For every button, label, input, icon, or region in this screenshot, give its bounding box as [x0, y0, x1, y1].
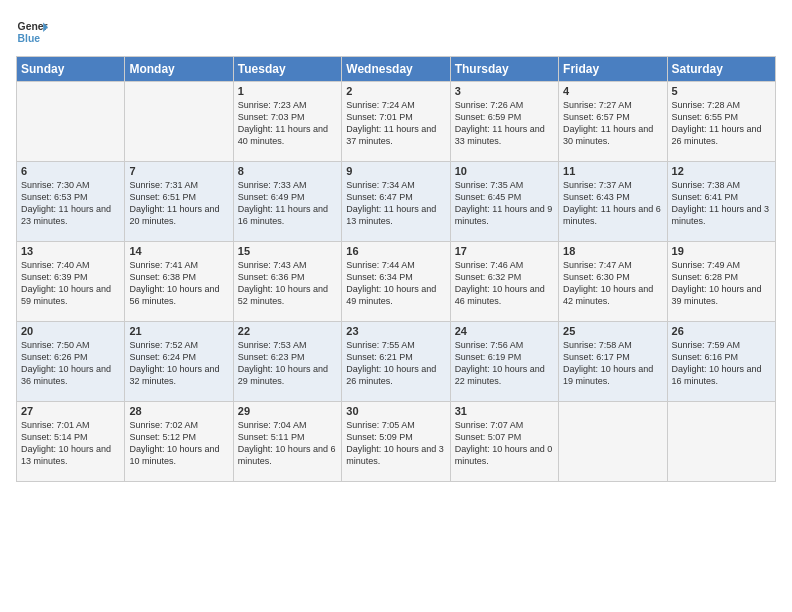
day-number: 22 — [238, 325, 337, 337]
calendar-cell: 10Sunrise: 7:35 AM Sunset: 6:45 PM Dayli… — [450, 162, 558, 242]
calendar-cell: 1Sunrise: 7:23 AM Sunset: 7:03 PM Daylig… — [233, 82, 341, 162]
calendar-cell: 22Sunrise: 7:53 AM Sunset: 6:23 PM Dayli… — [233, 322, 341, 402]
calendar-cell: 17Sunrise: 7:46 AM Sunset: 6:32 PM Dayli… — [450, 242, 558, 322]
calendar-cell — [667, 402, 775, 482]
calendar-cell: 18Sunrise: 7:47 AM Sunset: 6:30 PM Dayli… — [559, 242, 667, 322]
day-number: 27 — [21, 405, 120, 417]
calendar-cell: 26Sunrise: 7:59 AM Sunset: 6:16 PM Dayli… — [667, 322, 775, 402]
day-number: 29 — [238, 405, 337, 417]
day-info: Sunrise: 7:01 AM Sunset: 5:14 PM Dayligh… — [21, 419, 120, 468]
day-number: 1 — [238, 85, 337, 97]
svg-text:Blue: Blue — [18, 33, 41, 44]
day-info: Sunrise: 7:55 AM Sunset: 6:21 PM Dayligh… — [346, 339, 445, 388]
day-number: 25 — [563, 325, 662, 337]
day-info: Sunrise: 7:41 AM Sunset: 6:38 PM Dayligh… — [129, 259, 228, 308]
calendar-cell — [559, 402, 667, 482]
day-number: 21 — [129, 325, 228, 337]
calendar-cell: 28Sunrise: 7:02 AM Sunset: 5:12 PM Dayli… — [125, 402, 233, 482]
day-info: Sunrise: 7:43 AM Sunset: 6:36 PM Dayligh… — [238, 259, 337, 308]
day-number: 15 — [238, 245, 337, 257]
day-info: Sunrise: 7:27 AM Sunset: 6:57 PM Dayligh… — [563, 99, 662, 148]
calendar-cell: 9Sunrise: 7:34 AM Sunset: 6:47 PM Daylig… — [342, 162, 450, 242]
day-info: Sunrise: 7:05 AM Sunset: 5:09 PM Dayligh… — [346, 419, 445, 468]
day-info: Sunrise: 7:59 AM Sunset: 6:16 PM Dayligh… — [672, 339, 771, 388]
day-info: Sunrise: 7:38 AM Sunset: 6:41 PM Dayligh… — [672, 179, 771, 228]
day-number: 26 — [672, 325, 771, 337]
day-info: Sunrise: 7:04 AM Sunset: 5:11 PM Dayligh… — [238, 419, 337, 468]
day-info: Sunrise: 7:50 AM Sunset: 6:26 PM Dayligh… — [21, 339, 120, 388]
calendar-cell: 15Sunrise: 7:43 AM Sunset: 6:36 PM Dayli… — [233, 242, 341, 322]
calendar-cell: 8Sunrise: 7:33 AM Sunset: 6:49 PM Daylig… — [233, 162, 341, 242]
calendar-cell: 3Sunrise: 7:26 AM Sunset: 6:59 PM Daylig… — [450, 82, 558, 162]
day-number: 16 — [346, 245, 445, 257]
day-number: 8 — [238, 165, 337, 177]
day-number: 4 — [563, 85, 662, 97]
day-number: 20 — [21, 325, 120, 337]
day-number: 17 — [455, 245, 554, 257]
day-info: Sunrise: 7:30 AM Sunset: 6:53 PM Dayligh… — [21, 179, 120, 228]
day-number: 28 — [129, 405, 228, 417]
day-info: Sunrise: 7:44 AM Sunset: 6:34 PM Dayligh… — [346, 259, 445, 308]
calendar-cell: 12Sunrise: 7:38 AM Sunset: 6:41 PM Dayli… — [667, 162, 775, 242]
day-info: Sunrise: 7:23 AM Sunset: 7:03 PM Dayligh… — [238, 99, 337, 148]
calendar-cell: 29Sunrise: 7:04 AM Sunset: 5:11 PM Dayli… — [233, 402, 341, 482]
calendar-cell: 21Sunrise: 7:52 AM Sunset: 6:24 PM Dayli… — [125, 322, 233, 402]
day-number: 12 — [672, 165, 771, 177]
calendar-cell: 14Sunrise: 7:41 AM Sunset: 6:38 PM Dayli… — [125, 242, 233, 322]
day-number: 7 — [129, 165, 228, 177]
day-header-monday: Monday — [125, 57, 233, 82]
calendar-cell: 7Sunrise: 7:31 AM Sunset: 6:51 PM Daylig… — [125, 162, 233, 242]
day-info: Sunrise: 7:35 AM Sunset: 6:45 PM Dayligh… — [455, 179, 554, 228]
day-header-saturday: Saturday — [667, 57, 775, 82]
calendar-cell: 20Sunrise: 7:50 AM Sunset: 6:26 PM Dayli… — [17, 322, 125, 402]
day-number: 19 — [672, 245, 771, 257]
calendar-cell: 16Sunrise: 7:44 AM Sunset: 6:34 PM Dayli… — [342, 242, 450, 322]
day-info: Sunrise: 7:02 AM Sunset: 5:12 PM Dayligh… — [129, 419, 228, 468]
day-number: 31 — [455, 405, 554, 417]
calendar-cell: 2Sunrise: 7:24 AM Sunset: 7:01 PM Daylig… — [342, 82, 450, 162]
day-info: Sunrise: 7:58 AM Sunset: 6:17 PM Dayligh… — [563, 339, 662, 388]
day-number: 9 — [346, 165, 445, 177]
logo-icon: General Blue — [16, 16, 48, 48]
day-info: Sunrise: 7:28 AM Sunset: 6:55 PM Dayligh… — [672, 99, 771, 148]
day-info: Sunrise: 7:56 AM Sunset: 6:19 PM Dayligh… — [455, 339, 554, 388]
day-info: Sunrise: 7:53 AM Sunset: 6:23 PM Dayligh… — [238, 339, 337, 388]
day-number: 14 — [129, 245, 228, 257]
page-header: General Blue — [16, 16, 776, 48]
day-header-thursday: Thursday — [450, 57, 558, 82]
day-info: Sunrise: 7:07 AM Sunset: 5:07 PM Dayligh… — [455, 419, 554, 468]
calendar-cell — [125, 82, 233, 162]
day-number: 6 — [21, 165, 120, 177]
day-number: 10 — [455, 165, 554, 177]
calendar-cell: 5Sunrise: 7:28 AM Sunset: 6:55 PM Daylig… — [667, 82, 775, 162]
calendar-cell — [17, 82, 125, 162]
day-header-friday: Friday — [559, 57, 667, 82]
day-number: 11 — [563, 165, 662, 177]
day-info: Sunrise: 7:40 AM Sunset: 6:39 PM Dayligh… — [21, 259, 120, 308]
day-number: 2 — [346, 85, 445, 97]
day-number: 13 — [21, 245, 120, 257]
day-number: 18 — [563, 245, 662, 257]
day-number: 5 — [672, 85, 771, 97]
calendar-cell: 6Sunrise: 7:30 AM Sunset: 6:53 PM Daylig… — [17, 162, 125, 242]
day-info: Sunrise: 7:37 AM Sunset: 6:43 PM Dayligh… — [563, 179, 662, 228]
day-number: 23 — [346, 325, 445, 337]
day-header-sunday: Sunday — [17, 57, 125, 82]
calendar-cell: 19Sunrise: 7:49 AM Sunset: 6:28 PM Dayli… — [667, 242, 775, 322]
calendar-cell: 24Sunrise: 7:56 AM Sunset: 6:19 PM Dayli… — [450, 322, 558, 402]
day-number: 24 — [455, 325, 554, 337]
day-info: Sunrise: 7:31 AM Sunset: 6:51 PM Dayligh… — [129, 179, 228, 228]
calendar-cell: 27Sunrise: 7:01 AM Sunset: 5:14 PM Dayli… — [17, 402, 125, 482]
calendar-cell: 31Sunrise: 7:07 AM Sunset: 5:07 PM Dayli… — [450, 402, 558, 482]
calendar-cell: 30Sunrise: 7:05 AM Sunset: 5:09 PM Dayli… — [342, 402, 450, 482]
calendar-cell: 13Sunrise: 7:40 AM Sunset: 6:39 PM Dayli… — [17, 242, 125, 322]
calendar-table: SundayMondayTuesdayWednesdayThursdayFrid… — [16, 56, 776, 482]
day-header-tuesday: Tuesday — [233, 57, 341, 82]
day-info: Sunrise: 7:46 AM Sunset: 6:32 PM Dayligh… — [455, 259, 554, 308]
day-number: 3 — [455, 85, 554, 97]
logo: General Blue — [16, 16, 48, 48]
day-info: Sunrise: 7:47 AM Sunset: 6:30 PM Dayligh… — [563, 259, 662, 308]
calendar-cell: 4Sunrise: 7:27 AM Sunset: 6:57 PM Daylig… — [559, 82, 667, 162]
day-number: 30 — [346, 405, 445, 417]
day-info: Sunrise: 7:49 AM Sunset: 6:28 PM Dayligh… — [672, 259, 771, 308]
